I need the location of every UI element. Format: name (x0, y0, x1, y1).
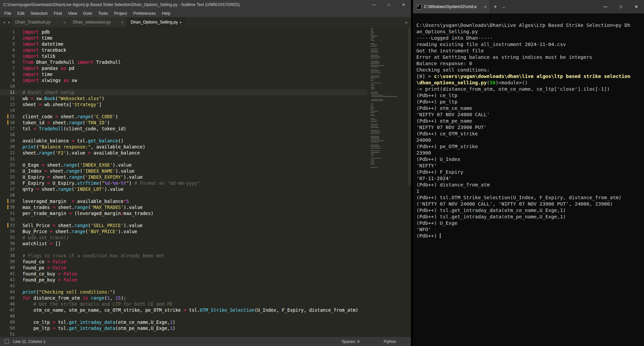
code-line[interactable]: 36watchlist = [] (0, 241, 367, 247)
code-line[interactable]: 35# pdb.set_trace() (0, 234, 367, 241)
code-line[interactable]: 37 (0, 247, 367, 253)
code-line[interactable]: 26F_Expiry = U_Expiry.strftime("%d-%m-%Y… (0, 180, 367, 186)
code-line[interactable]: 42found_pe_buy = False (0, 277, 367, 283)
code-line[interactable]: 47 otm_ce_name, otm_pe_name, ce_OTM_stri… (0, 307, 367, 313)
line-number[interactable]: 47 (0, 307, 15, 313)
line-number[interactable]: 1 (0, 29, 15, 35)
code-line[interactable]: 20print("Balance response:", available_b… (0, 144, 367, 150)
line-number[interactable]: 26 (0, 180, 15, 186)
line-number[interactable]: 15 (0, 114, 15, 120)
line-number[interactable]: 44 (0, 289, 15, 295)
code-line[interactable]: 12wb = xw.Book("Websocket.xlsx") (0, 95, 367, 101)
code-line[interactable]: 17tsl = Tradehull(client_code, token_id) (0, 126, 367, 132)
code-line[interactable]: 44print("Checking sell conditions:") (0, 289, 367, 295)
terminal-maximize-button[interactable]: □ (613, 0, 629, 13)
line-number[interactable]: 28 (0, 192, 15, 198)
code-line[interactable]: 6from Dhan_Tradehull import Tradehull (0, 59, 367, 65)
minimap[interactable] (371, 28, 408, 168)
line-number[interactable]: 49 (0, 319, 15, 325)
menu-preferences[interactable]: Preferences (130, 11, 159, 16)
code-line[interactable]: 24U_Index = sheet.range('INDEX_NAME').va… (0, 168, 367, 174)
code-line[interactable]: 14 (0, 107, 367, 114)
code-line[interactable]: 43 (0, 283, 367, 289)
line-number[interactable]: 6 (0, 59, 15, 65)
code-line[interactable]: 34Buy_Price = sheet.range('BUY_PRICE').v… (0, 228, 367, 234)
scrollbar-thumb[interactable] (408, 28, 411, 186)
line-number[interactable]: 16 (0, 120, 15, 126)
line-number[interactable]: 23 (0, 162, 15, 168)
maximize-button[interactable]: □ (381, 0, 396, 9)
line-number[interactable]: 51 (0, 331, 15, 337)
line-number[interactable]: 10 (0, 83, 15, 89)
code-line[interactable]: 23U_Exge = sheet.range('INDEX_EXGE').val… (0, 162, 367, 168)
line-number[interactable]: 45 (0, 295, 15, 301)
code-line[interactable]: 15client_code = sheet.range('C_CODE') (0, 114, 367, 120)
line-number[interactable]: 50 (0, 325, 15, 331)
code-line[interactable]: 10 (0, 83, 367, 89)
terminal-tab-close-icon[interactable]: × (484, 4, 487, 9)
line-number[interactable]: 40 (0, 265, 15, 271)
terminal-tab[interactable]: C:\Windows\System32\cmd.e × (413, 0, 490, 13)
code-line[interactable]: 16token_id = sheet.range('TKN_ID') (0, 120, 367, 126)
tab-scroll-left-icon[interactable]: ◂ (1, 20, 7, 25)
line-number[interactable]: 48 (0, 313, 15, 319)
code-line[interactable]: 39found_ce = False (0, 259, 367, 265)
code-line[interactable]: 9import xlwings as xw (0, 77, 367, 83)
code-line[interactable]: 5import talib (0, 53, 367, 59)
terminal-new-tab-button[interactable]: + (490, 3, 500, 10)
code-line[interactable]: 18 (0, 132, 367, 138)
terminal-dropdown-icon[interactable]: ⌄ (500, 5, 507, 9)
code-line[interactable]: 30max_trades = sheet.range('MAX_TRADES')… (0, 204, 367, 210)
menu-find[interactable]: Find (51, 11, 65, 16)
line-number[interactable]: 9 (0, 77, 15, 83)
line-number[interactable]: 8 (0, 71, 15, 77)
editor[interactable]: 1import pdb2import time3import datetime4… (0, 27, 411, 337)
line-number[interactable]: 41 (0, 271, 15, 277)
code-line[interactable]: 22 (0, 156, 367, 162)
line-number[interactable]: 39 (0, 259, 15, 265)
menu-tools[interactable]: Tools (95, 11, 111, 16)
indent-setting[interactable]: Spaces: 4 (341, 339, 359, 344)
tab-dhan-options-selling[interactable]: Dhan_Options_Selling.py ● (127, 17, 185, 27)
line-number[interactable]: 22 (0, 156, 15, 162)
line-number[interactable]: 7 (0, 65, 15, 71)
line-number[interactable]: 34 (0, 228, 15, 234)
code-line[interactable]: 21sheet.range('F2').value = available_ba… (0, 150, 367, 156)
code-line[interactable]: 31per_trade_margin = (leveraged_margin/m… (0, 210, 367, 216)
line-number[interactable]: 20 (0, 144, 15, 150)
menu-project[interactable]: Project (111, 11, 130, 16)
line-number[interactable]: 11 (0, 89, 15, 95)
line-number[interactable]: 32 (0, 216, 15, 222)
line-number[interactable]: 2 (0, 35, 15, 41)
line-number[interactable]: 19 (0, 138, 15, 144)
code-line[interactable]: 3import datetime (0, 41, 367, 47)
line-number[interactable]: 36 (0, 241, 15, 247)
code-line[interactable]: 7import pandas as pd (0, 65, 367, 71)
line-number[interactable]: 31 (0, 210, 15, 216)
tab-dhan-websocket[interactable]: Dhan_websocket.py × (70, 17, 127, 27)
code-line[interactable]: 49 ce_ltp = tsl.get_intraday_data(otm_ce… (0, 319, 367, 325)
code-line[interactable]: 8import time (0, 71, 367, 77)
sublime-titlebar[interactable]: C:\Users\yugan\Downloads\Dhan\Live Algos… (0, 0, 411, 9)
line-number[interactable]: 46 (0, 301, 15, 307)
code-line[interactable]: 41found_ce_buy = False (0, 271, 367, 277)
code-line[interactable]: 40found_pe = False (0, 265, 367, 271)
code-line[interactable]: 33Sell_Price = sheet.range('SELL_PRICE')… (0, 222, 367, 228)
code-line[interactable]: 29leveraged_margin = available_balance*5 (0, 198, 367, 204)
menu-goto[interactable]: Goto (80, 11, 95, 16)
code-line[interactable]: 2import time (0, 35, 367, 41)
line-number[interactable]: 35 (0, 234, 15, 241)
line-number[interactable]: 5 (0, 53, 15, 59)
line-number[interactable]: 24 (0, 168, 15, 174)
minimize-button[interactable]: — (367, 0, 381, 9)
code-line[interactable]: 45for distance_from_atm in range(1, 15): (0, 295, 367, 301)
code-line[interactable]: 28 (0, 192, 367, 198)
code-line[interactable]: 25U_Expiry = sheet.range('INDEX_EXPIRY')… (0, 174, 367, 180)
menu-help[interactable]: Help (159, 11, 174, 16)
code-line[interactable]: 46 # Get the strike details and LTP for … (0, 301, 367, 307)
code-line[interactable]: 19available_balance = tsl.get_balance() (0, 138, 367, 144)
tab-close-icon[interactable]: × (63, 20, 66, 25)
code-line[interactable]: 4import traceback (0, 47, 367, 53)
menu-selection[interactable]: Selection (28, 11, 51, 16)
cursor-position[interactable]: Line 11, Column 1 (13, 339, 46, 344)
